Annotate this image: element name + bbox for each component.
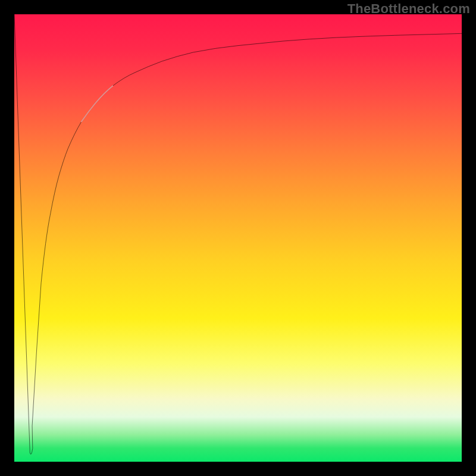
left-falling-edge — [14, 14, 30, 453]
attribution-text: TheBottleneck.com — [347, 1, 470, 17]
plot-area — [14, 14, 462, 462]
dip-notch — [30, 448, 33, 454]
main-curve — [32, 33, 462, 448]
highlight-segment — [82, 86, 113, 121]
chart-frame: TheBottleneck.com — [0, 0, 476, 476]
curve-layer — [14, 14, 462, 462]
